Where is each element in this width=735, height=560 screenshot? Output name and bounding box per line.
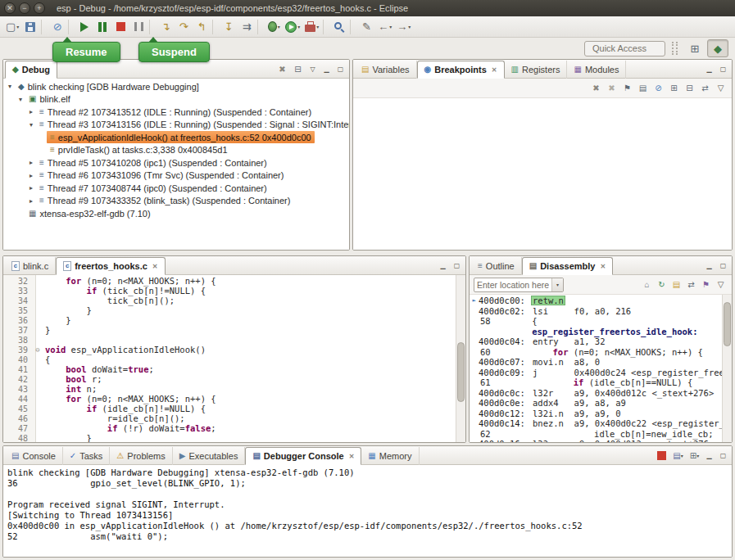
disassembly-row[interactable]: 400d0c07: movi.n a8, 0 (470, 357, 732, 368)
maximize-panel-button[interactable]: ▢ (717, 260, 729, 272)
disconnect-button[interactable]: ▾ (129, 18, 147, 36)
last-edit-location-button[interactable]: ✎ ▾ (357, 18, 375, 36)
skip-all-breakpoints-button[interactable]: ⊘ ▾ (48, 18, 66, 36)
tree-expander-icon[interactable]: ▸ (26, 197, 36, 205)
disassembly-scrollbar-thumb[interactable] (724, 302, 731, 346)
disassembly-content[interactable]: ► 400d0c00: retw.n 400d0c02: lsi f0, a0,… (470, 295, 732, 442)
editor-tab[interactable]: c blink.c ✕ (5, 257, 56, 275)
home-button[interactable]: ⌂ (640, 278, 654, 291)
maximize-button[interactable]: + (34, 2, 45, 14)
external-tools-button[interactable]: ▾ (302, 18, 321, 36)
minimize-panel-button[interactable]: ▁ (703, 260, 715, 272)
close-tab-icon[interactable]: ✕ (600, 263, 606, 270)
forward-button[interactable]: → ▾ (394, 18, 413, 36)
code-line[interactable]: 39 ⊖ void esp_vApplicationIdleHook() (3, 345, 465, 355)
view-tab[interactable]: ▥ Registers ✕ (505, 61, 568, 79)
code-line[interactable]: 34 tick_cb[n](); (3, 296, 465, 305)
refresh-button[interactable]: ↻ (655, 278, 669, 291)
remove-breakpoint-button[interactable]: ✖ (589, 81, 603, 95)
dropdown-arrow-icon[interactable]: ▾ (408, 24, 411, 29)
code-line[interactable]: 35 } (3, 305, 465, 315)
minimize-panel-button[interactable]: ▁ (437, 260, 449, 272)
code-line[interactable]: 42 bool r; (3, 374, 465, 384)
view-tab[interactable]: ⚠ Problems ✕ (110, 447, 172, 465)
minimize-panel-button[interactable]: ▁ (703, 63, 715, 75)
code-editor[interactable]: 32 for (n=0; n<MAX_HOOKS; n++) { 33 if (… (3, 275, 465, 442)
debug-tree-row[interactable]: ▸ ≡ Thread #7 1073408744 (ipc0) (Suspend… (3, 182, 349, 195)
save-button[interactable]: ▾ (21, 18, 39, 36)
view-tab[interactable]: ▦ Modules ✕ (567, 61, 626, 79)
tree-expander-icon[interactable]: ▸ (26, 172, 36, 179)
debug-tree-row[interactable]: ▾ ▣ blink.elf (3, 93, 349, 106)
debug-tree-row[interactable]: ▸ ≡ Thread #6 1073431096 (Tmr Svc) (Susp… (3, 169, 349, 183)
view-tab[interactable]: ▦ Memory ✕ (361, 447, 419, 465)
close-tab-icon[interactable]: ✕ (492, 66, 497, 74)
run-button[interactable]: ▾ (283, 18, 302, 36)
instruction-stepping-button[interactable]: ⇉ ▾ (238, 18, 256, 36)
view-tab[interactable]: ▶ Executables ✕ (173, 447, 246, 465)
location-input[interactable] (474, 280, 551, 290)
maximize-panel-button[interactable]: ▢ (717, 449, 729, 462)
debug-tree-row[interactable]: ≡ prvIdleTask() at tasks.c:3,338 0x40084… (3, 144, 349, 157)
open-perspective-button[interactable]: ⊞ (684, 39, 706, 57)
drop-to-frame-button[interactable]: ↧ ▾ (220, 18, 238, 36)
minimize-button[interactable]: − (19, 2, 30, 14)
dropdown-arrow-icon[interactable]: ▾ (316, 24, 319, 29)
show-breakpoints-supported-button[interactable]: ⚑ (620, 81, 634, 95)
editor-scrollbar-thumb[interactable] (457, 342, 465, 402)
dropdown-arrow-icon[interactable]: ▾ (389, 24, 392, 29)
code-line[interactable]: 33 if (tick_cb[n]!=NULL) { (3, 286, 465, 296)
console-output[interactable]: blink checking [GDB Hardware Debugging] … (3, 465, 732, 557)
display-selected-console-button[interactable]: ▤ ▾ (671, 449, 685, 463)
view-tab[interactable]: ▤ Debugger Console ✕ (245, 447, 361, 465)
minimize-panel-button[interactable]: ▁ (320, 63, 333, 75)
disassembly-row[interactable]: 400d0c14: bnez.n a9, 0x400d0c22 <esp_reg… (470, 418, 732, 429)
open-console-button[interactable]: ⊞ ▾ (687, 449, 701, 463)
fold-open-icon[interactable]: ⊖ (33, 345, 43, 354)
dropdown-arrow-icon[interactable]: ▾ (278, 24, 280, 29)
show-source-button[interactable]: ▤ (669, 278, 683, 291)
dropdown-arrow-icon[interactable]: ▾ (16, 24, 19, 29)
disassembly-row[interactable]: 400d0c16: l32r a9, 0x400d012c <_stext+27… (470, 439, 732, 442)
suspend-button[interactable]: ▾ (93, 18, 111, 36)
new-wizard-button[interactable]: ▢ ▾ (3, 18, 21, 36)
pin-button[interactable]: ⚑ (699, 278, 713, 291)
disassembly-row[interactable]: 400d0c02: lsi f0, a0, 216 (470, 306, 732, 317)
search-button[interactable]: ▾ (330, 18, 348, 36)
view-tab[interactable]: ≡ Outline ✕ (471, 257, 522, 275)
quick-access-button[interactable]: Quick Access (584, 41, 665, 56)
tree-expander-icon[interactable]: ▾ (5, 83, 15, 90)
debug-button[interactable]: ▾ (265, 18, 283, 36)
tree-expander-icon[interactable]: ▸ (26, 184, 36, 192)
debug-tree-row[interactable]: ▸ ≡ Thread #2 1073413512 (IDLE : Running… (3, 106, 349, 119)
terminate-button[interactable]: ▾ (111, 18, 129, 36)
dropdown-arrow-icon[interactable]: ▾ (297, 24, 300, 29)
collapse-all-button[interactable]: ⊟ (683, 81, 696, 95)
step-into-button[interactable]: ↴ ▾ (157, 18, 175, 36)
go-to-file-button[interactable]: ▤ (636, 81, 650, 95)
debug-tree-row[interactable]: ▾ ≡ Thread #3 1073413156 (IDLE : Running… (3, 119, 349, 132)
back-button[interactable]: ← ▾ (375, 18, 394, 36)
step-return-button[interactable]: ↰ ▾ (193, 18, 211, 36)
disassembly-row[interactable]: ► 400d0c00: retw.n (470, 296, 732, 306)
view-tab[interactable]: ◆ Debug ✕ (5, 61, 57, 79)
resume-button[interactable]: ▾ (75, 18, 93, 36)
step-over-button[interactable]: ↷ ▾ (175, 18, 193, 36)
link-with-debug-view-button[interactable]: ⇄ (698, 81, 712, 95)
disassembly-row[interactable]: 400d0c09: j 0x400d0c24 <esp_register_fre… (470, 368, 732, 378)
collapse-all-button[interactable]: ⊟ (291, 62, 305, 76)
debug-tree-row[interactable]: ▾ ◆ blink checking [GDB Hardware Debuggi… (3, 80, 349, 93)
tree-expander-icon[interactable]: ▸ (26, 108, 36, 115)
expand-all-button[interactable]: ⊞ (667, 81, 681, 95)
code-line[interactable]: 43 int n; (3, 384, 465, 394)
view-tab[interactable]: ◉ Breakpoints ✕ (417, 61, 505, 79)
tree-expander-icon[interactable]: ▾ (26, 121, 36, 129)
disassembly-row[interactable]: 400d0c04: entry a1, 32 (470, 336, 732, 347)
code-line[interactable]: 36 } (3, 315, 465, 325)
disassembly-row[interactable]: 400d0c0e: addx4 a9, a8, a9 (470, 398, 732, 409)
disassembly-row[interactable]: 61 if (idle_cb[n]==NULL) { (470, 377, 732, 388)
maximize-panel-button[interactable]: ▢ (334, 63, 347, 75)
skip-all-breakpoints-button[interactable]: ⊘ (651, 81, 665, 95)
perspective-bar-handle[interactable] (672, 42, 678, 55)
code-line[interactable]: 38 (3, 335, 465, 345)
